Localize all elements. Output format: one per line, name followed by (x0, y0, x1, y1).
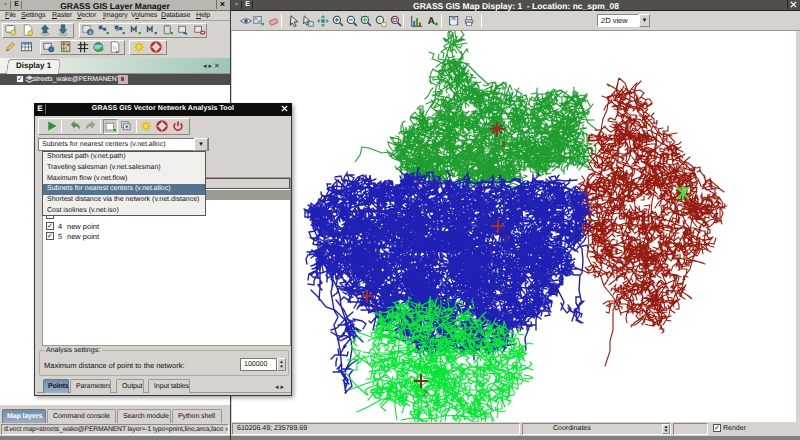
svg-text:3: 3 (504, 234, 509, 243)
svg-text:1: 1 (373, 303, 378, 312)
svg-text:A: A (428, 15, 436, 26)
svg-text:2: 2 (423, 389, 428, 398)
svg-text:4: 4 (501, 140, 506, 149)
